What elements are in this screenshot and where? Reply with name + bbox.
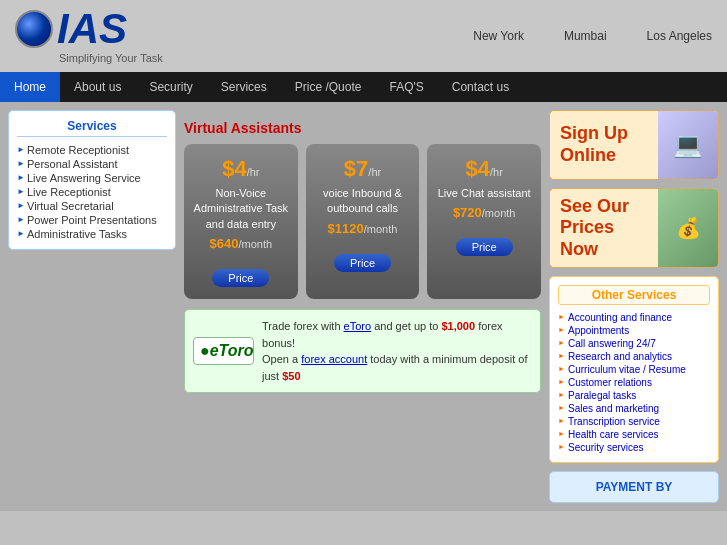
card1-price-button[interactable]: Price bbox=[212, 269, 269, 287]
list-item[interactable]: Sales and marketing bbox=[558, 402, 710, 415]
services-title: Services bbox=[17, 119, 167, 137]
services-box: Services Remote Receptionist Personal As… bbox=[8, 110, 176, 250]
card1-rate-area: $4/hr bbox=[192, 156, 290, 182]
etoro-logo-text: ●eToro bbox=[200, 342, 254, 359]
services-list: Remote Receptionist Personal Assistant L… bbox=[17, 143, 167, 241]
list-item: Remote Receptionist bbox=[17, 143, 167, 157]
logo: IAS bbox=[15, 8, 127, 50]
left-column: Services Remote Receptionist Personal As… bbox=[8, 110, 176, 503]
nav-home[interactable]: Home bbox=[0, 72, 60, 102]
etoro-logo: ●eToro bbox=[193, 337, 254, 365]
card2-month-label: /month bbox=[364, 223, 398, 235]
card1-month-label: /month bbox=[238, 238, 272, 250]
list-item: Live Receptionist bbox=[17, 185, 167, 199]
card2-rate-area: $7/hr bbox=[314, 156, 412, 182]
prices-box[interactable]: See Our Prices Now 💰 bbox=[549, 188, 719, 268]
other-services-box: Other Services Accounting and finance Ap… bbox=[549, 276, 719, 463]
main-content: Services Remote Receptionist Personal As… bbox=[0, 102, 727, 511]
list-item[interactable]: Accounting and finance bbox=[558, 311, 710, 324]
list-item[interactable]: Customer relations bbox=[558, 376, 710, 389]
nav-faq[interactable]: FAQ'S bbox=[375, 72, 437, 102]
list-item: Virtual Secretarial bbox=[17, 199, 167, 213]
signup-image: 💻 bbox=[658, 110, 718, 180]
center-column: Virtual Assistants $4/hr Non-Voice Admin… bbox=[176, 110, 549, 503]
other-services-title: Other Services bbox=[558, 285, 710, 305]
signup-box[interactable]: Sign Up Online 💻 bbox=[549, 110, 719, 180]
signup-text: Sign Up Online bbox=[550, 115, 658, 174]
card2-per: /hr bbox=[368, 166, 381, 178]
etoro-line2: Open a forex account today with a minimu… bbox=[262, 351, 532, 384]
etoro-text: Trade forex with eToro and get up to $1,… bbox=[262, 318, 532, 384]
nav-services[interactable]: Services bbox=[207, 72, 281, 102]
card3-rate: $4 bbox=[466, 156, 490, 181]
list-item[interactable]: Call answering 24/7 bbox=[558, 337, 710, 350]
list-item: Live Answering Service bbox=[17, 171, 167, 185]
pricing-cards: $4/hr Non-Voice Administrative Task and … bbox=[184, 144, 541, 299]
card1-monthly-area: $640/month bbox=[192, 236, 290, 251]
logo-tagline: Simplifying Your Task bbox=[59, 52, 163, 64]
list-item[interactable]: Curriculum vitae / Resume bbox=[558, 363, 710, 376]
card2-desc: voice Inbound & outbound calls bbox=[314, 186, 412, 217]
card2-monthly-area: $1120/month bbox=[314, 221, 412, 236]
prices-text: See Our Prices Now bbox=[550, 188, 658, 268]
other-services-list: Accounting and finance Appointments Call… bbox=[558, 311, 710, 454]
nav-security[interactable]: Security bbox=[135, 72, 206, 102]
card1-monthly: $640 bbox=[210, 236, 239, 251]
list-item[interactable]: Security services bbox=[558, 441, 710, 454]
prices-image: 💰 bbox=[658, 188, 718, 268]
card2-monthly: $1120 bbox=[328, 221, 364, 236]
card1-rate: $4 bbox=[222, 156, 246, 181]
etoro-bonus: $1,000 bbox=[441, 320, 475, 332]
list-item[interactable]: Health care services bbox=[558, 428, 710, 441]
card1-per: /hr bbox=[247, 166, 260, 178]
card3-month-label: /month bbox=[482, 207, 516, 219]
list-item[interactable]: Research and analytics bbox=[558, 350, 710, 363]
logo-globe bbox=[15, 10, 53, 48]
card3-price-button[interactable]: Price bbox=[456, 238, 513, 256]
payment-title: PAYMENT BY bbox=[558, 480, 710, 494]
etoro-account-link[interactable]: forex account bbox=[301, 353, 367, 365]
nav-price[interactable]: Price /Quote bbox=[281, 72, 376, 102]
logo-area: IAS Simplifying Your Task bbox=[15, 8, 163, 64]
list-item[interactable]: Transcription service bbox=[558, 415, 710, 428]
city-mumbai: Mumbai bbox=[564, 29, 607, 43]
header-cities: New York Mumbai Los Angeles bbox=[473, 29, 712, 43]
list-item: Administrative Tasks bbox=[17, 227, 167, 241]
card2-rate: $7 bbox=[344, 156, 368, 181]
card2-price-button[interactable]: Price bbox=[334, 254, 391, 272]
city-newyork: New York bbox=[473, 29, 524, 43]
card1-desc: Non-Voice Administrative Task and data e… bbox=[192, 186, 290, 232]
price-card-3: $4/hr Live Chat assistant $720/month Pri… bbox=[427, 144, 541, 299]
nav: Home About us Security Services Price /Q… bbox=[0, 72, 727, 102]
price-card-1: $4/hr Non-Voice Administrative Task and … bbox=[184, 144, 298, 299]
card3-desc: Live Chat assistant bbox=[435, 186, 533, 201]
card3-monthly-area: $720/month bbox=[435, 205, 533, 220]
list-item: Personal Assistant bbox=[17, 157, 167, 171]
price-card-2: $7/hr voice Inbound & outbound calls $11… bbox=[306, 144, 420, 299]
list-item[interactable]: Paralegal tasks bbox=[558, 389, 710, 402]
card3-rate-area: $4/hr bbox=[435, 156, 533, 182]
payment-box: PAYMENT BY bbox=[549, 471, 719, 503]
card3-monthly: $720 bbox=[453, 205, 482, 220]
etoro-deposit: $50 bbox=[282, 370, 300, 382]
etoro-banner: ●eToro Trade forex with eToro and get up… bbox=[184, 309, 541, 393]
right-column: Sign Up Online 💻 See Our Prices Now 💰 Ot… bbox=[549, 110, 719, 503]
etoro-line1: Trade forex with eToro and get up to $1,… bbox=[262, 318, 532, 351]
etoro-link[interactable]: eToro bbox=[344, 320, 372, 332]
card3-per: /hr bbox=[490, 166, 503, 178]
list-item: Power Point Presentations bbox=[17, 213, 167, 227]
city-losangeles: Los Angeles bbox=[647, 29, 712, 43]
list-item[interactable]: Appointments bbox=[558, 324, 710, 337]
nav-contact[interactable]: Contact us bbox=[438, 72, 523, 102]
nav-about[interactable]: About us bbox=[60, 72, 135, 102]
header: IAS Simplifying Your Task New York Mumba… bbox=[0, 0, 727, 72]
va-heading: Virtual Assistants bbox=[184, 120, 541, 136]
